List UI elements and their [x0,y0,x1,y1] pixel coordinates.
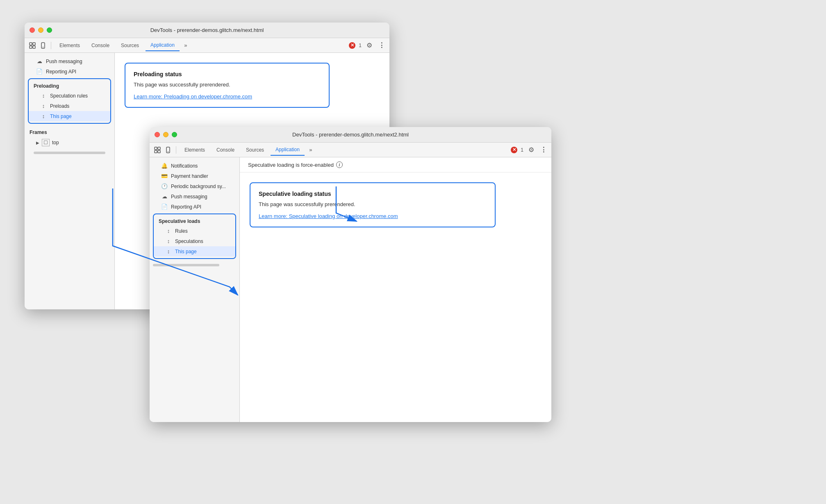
svg-rect-10 [166,147,170,153]
frames-top-label: top [52,140,59,145]
tab-elements-2[interactable]: Elements [180,145,210,155]
sidebar-item-push-messaging-2[interactable]: ☁ Push messaging [150,191,239,202]
this-page-icon-2: ↕ [165,248,172,254]
tab-sources-1[interactable]: Sources [116,40,144,51]
this-page-icon: ↕ [40,113,47,119]
info-icon[interactable]: i [336,161,343,168]
rules-label: Rules [175,228,188,234]
sidebar-item-reporting-api[interactable]: 📄 Reporting API [25,66,114,77]
inspect-icon[interactable] [28,41,37,50]
separator-1 [51,42,51,49]
sidebar-scrollbar[interactable] [34,152,105,154]
speculative-loads-header: Speculative loads [154,216,235,226]
sidebar-scrollbar-area-2 [150,261,239,270]
settings-icon-1[interactable]: ⚙ [365,41,374,50]
close-button-2[interactable] [155,132,160,137]
sidebar-item-periodic-bg-sync[interactable]: 🕐 Periodic background sy... [150,181,239,191]
sidebar-item-speculations[interactable]: ↕ Speculations [154,236,235,246]
sidebar-item-this-page[interactable]: ↕ This page [29,111,110,121]
push-messaging-section: ☁ Push messaging 📄 Reporting API [25,56,114,77]
svg-rect-6 [155,147,157,150]
push-messaging-icon-2: ☁ [161,193,168,200]
sidebar-section-misc: 🔔 Notifications 💳 Payment handler 🕐 Peri… [150,161,239,212]
reporting-api-icon-2: 📄 [161,204,168,210]
toolbar-1: Elements Console Sources Application » ✕… [25,38,389,53]
tab-console-2[interactable]: Console [212,145,239,155]
push-messaging-icon: ☁ [36,58,43,64]
preloading-status-box: Preloading status This page was successf… [125,63,330,108]
error-count-2: 1 [521,147,523,153]
preloads-icon: ↕ [40,103,47,109]
frames-header: Frames [25,127,114,137]
this-page-label: This page [50,114,72,119]
tab-elements-1[interactable]: Elements [55,40,85,51]
maximize-button-1[interactable] [47,27,52,33]
sidebar-item-push-messaging[interactable]: ☁ Push messaging [25,56,114,66]
device-icon-2[interactable] [164,145,173,154]
separator-2 [176,146,176,154]
svg-rect-8 [155,150,157,153]
device-icon[interactable] [39,41,48,50]
sidebar-item-rules[interactable]: ↕ Rules [154,226,235,236]
frames-top[interactable]: ▶ ☐ top [25,137,114,148]
tab-application-1[interactable]: Application [146,40,180,51]
preloading-learn-more-link[interactable]: Learn more: Preloading on developer.chro… [134,93,321,100]
main-content-area-2: Speculative loading status This page was… [240,173,551,422]
reporting-api-label-2: Reporting API [171,204,201,210]
tab-sources-2[interactable]: Sources [241,145,269,155]
inspect-icon-2[interactable] [153,145,162,154]
sidebar-item-preloads[interactable]: ↕ Preloads [29,101,110,111]
svg-rect-3 [33,46,35,48]
more-icon-1[interactable]: ⋮ [377,41,386,50]
more-icon-2[interactable]: ⋮ [539,145,548,154]
sidebar-item-notifications[interactable]: 🔔 Notifications [150,161,239,171]
frame-icon: ☐ [42,139,50,146]
close-button-1[interactable] [30,27,35,33]
minimize-button-2[interactable] [163,132,168,137]
notifications-label: Notifications [171,163,198,169]
toolbar-right-1: ✕ 1 ⚙ ⋮ [349,41,386,50]
titlebar-1: DevTools - prerender-demos.glitch.me/nex… [25,23,389,38]
titlebar-2: DevTools - prerender-demos.glitch.me/nex… [150,127,551,143]
svg-rect-4 [41,43,45,48]
minimize-button-1[interactable] [38,27,43,33]
frames-section: Frames ▶ ☐ top [25,127,114,148]
speculative-status-title: Speculative loading status [259,191,487,197]
more-tabs-icon-2[interactable]: » [306,145,315,154]
svg-rect-9 [158,150,160,153]
speculation-rules-label: Speculation rules [50,93,88,99]
maximize-button-2[interactable] [172,132,177,137]
speculations-icon: ↕ [165,238,172,244]
more-tabs-icon-1[interactable]: » [181,41,190,50]
sidebar-item-reporting-api-2[interactable]: 📄 Reporting API [150,202,239,212]
window-title-2: DevTools - prerender-demos.glitch.me/nex… [292,132,409,138]
sidebar-2: 🔔 Notifications 💳 Payment handler 🕐 Peri… [150,157,240,422]
preloading-box: Preloading ↕ Speculation rules ↕ Preload… [28,78,111,124]
speculative-loads-box: Speculative loads ↕ Rules ↕ Speculations… [153,213,236,259]
reporting-api-label: Reporting API [46,69,76,75]
settings-icon-2[interactable]: ⚙ [527,145,536,154]
traffic-lights-2[interactable] [155,132,177,137]
force-enabled-text: Speculative loading is force-enabled [248,162,334,168]
tab-console-1[interactable]: Console [86,40,114,51]
tab-application-2[interactable]: Application [271,144,305,156]
traffic-lights-1[interactable] [30,27,52,33]
devtools-window-2[interactable]: DevTools - prerender-demos.glitch.me/nex… [150,127,551,422]
this-page-label-2: This page [175,249,197,254]
sidebar-item-payment-handler[interactable]: 💳 Payment handler [150,171,239,181]
preloading-status-title: Preloading status [134,71,321,77]
toolbar-2: Elements Console Sources Application » ✕… [150,143,551,157]
sidebar-scrollbar-2[interactable] [153,264,219,266]
speculative-learn-more-link[interactable]: Learn more: Speculative loading on devel… [259,213,487,219]
devtools-body-2: 🔔 Notifications 💳 Payment handler 🕐 Peri… [150,157,551,422]
error-badge-2: ✕ [511,147,517,153]
error-badge-1: ✕ [349,42,355,49]
sidebar-item-this-page-2[interactable]: ↕ This page [154,246,235,257]
preloading-header: Preloading [29,81,110,91]
preloading-status-text: This page was successfully prerendered. [134,82,321,88]
speculative-status-text: This page was successfully prerendered. [259,201,487,207]
sidebar-1: ☁ Push messaging 📄 Reporting API Preload… [25,53,115,309]
sidebar-item-speculation-rules[interactable]: ↕ Speculation rules [29,91,110,101]
svg-rect-0 [30,43,32,45]
speculation-rules-icon: ↕ [40,93,47,99]
